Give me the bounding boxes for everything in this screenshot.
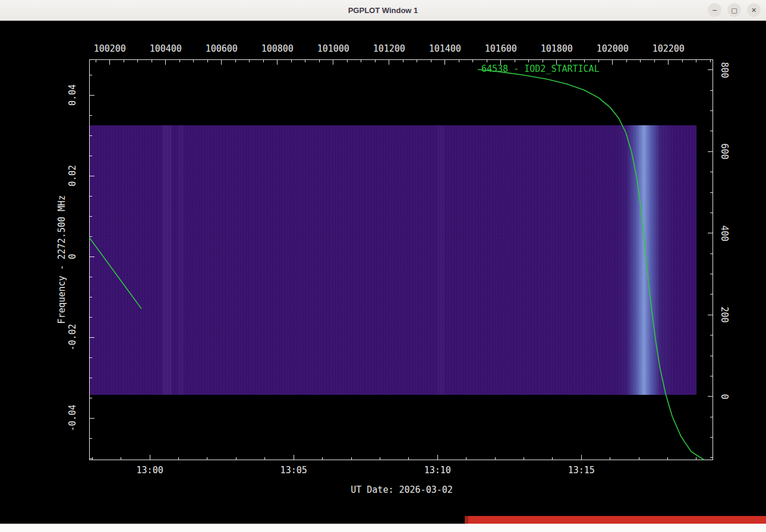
top-axis-tick <box>277 60 278 65</box>
top-axis-tick-label: 100800 <box>261 45 294 53</box>
left-axis-tick-label: 0.04 <box>68 84 77 106</box>
top-axis-minor-tick <box>235 60 236 62</box>
right-axis-minor-tick <box>710 90 713 91</box>
bottom-axis-minor-tick <box>236 457 237 460</box>
top-axis-tick <box>445 60 445 65</box>
top-axis-minor-tick <box>207 60 208 62</box>
top-axis-minor-tick <box>459 60 459 62</box>
top-axis-tick <box>612 60 613 65</box>
right-axis-minor-tick <box>710 335 713 335</box>
left-axis-tick-label: -0.04 <box>68 405 77 432</box>
left-axis-minor-tick <box>90 357 92 358</box>
bottom-axis-minor-tick <box>264 457 265 460</box>
right-axis-minor-tick <box>710 110 713 111</box>
top-axis-minor-tick <box>305 60 305 62</box>
right-axis-tick <box>708 233 713 233</box>
right-axis-tick-label: 0 <box>720 394 729 399</box>
bottom-axis-tick-label: 13:15 <box>568 466 595 475</box>
right-axis-tick-label: 600 <box>720 144 729 160</box>
background-window-red-bar <box>465 516 766 524</box>
top-axis-minor-tick <box>640 60 641 62</box>
minimize-button[interactable]: ─ <box>708 4 721 17</box>
top-axis-tick <box>221 60 222 65</box>
top-axis-minor-tick <box>682 60 683 62</box>
right-axis-tick <box>708 69 713 70</box>
left-axis-minor-tick <box>90 398 92 398</box>
bottom-axis-tick <box>437 455 438 460</box>
bottom-axis-tick-label: 13:00 <box>137 466 163 475</box>
top-axis-tick-label: 101800 <box>541 45 573 53</box>
bottom-axis-tick <box>294 455 294 460</box>
left-axis-tick <box>90 337 94 338</box>
right-axis-tick <box>708 151 713 152</box>
bottom-axis-tick <box>150 455 150 460</box>
desktop-bottom-strip <box>0 524 766 532</box>
right-axis-minor-tick <box>710 254 713 254</box>
top-axis-minor-tick <box>598 60 599 62</box>
pgplot-canvas: 64538 - IOD2_STARTICAL Frequency - 2272.… <box>0 21 766 524</box>
bottom-axis-minor-tick <box>639 457 639 460</box>
top-axis-minor-tick <box>528 60 529 62</box>
maximize-button[interactable]: ▢ <box>727 4 741 17</box>
bottom-axis-minor-tick <box>408 457 409 460</box>
top-axis-tick <box>165 60 166 65</box>
left-axis-minor-tick <box>90 216 92 217</box>
left-axis-minor-tick <box>90 75 92 75</box>
top-axis-tick <box>668 60 669 65</box>
left-axis-tick <box>90 256 94 257</box>
top-axis-minor-tick <box>193 60 194 62</box>
top-axis-tick-label: 102200 <box>652 45 685 53</box>
left-axis-minor-tick <box>90 378 92 378</box>
right-axis-minor-tick <box>710 457 713 458</box>
right-axis-minor-tick <box>710 213 713 213</box>
y-axis-label: Frequency - 2272.500 MHz <box>58 195 67 324</box>
left-axis-minor-tick <box>90 236 92 237</box>
close-button[interactable]: ✕ <box>747 4 761 17</box>
top-axis-minor-tick <box>543 60 543 62</box>
bottom-axis-minor-tick <box>552 457 553 460</box>
window-titlebar[interactable]: PGPLOT Window 1 ─ ▢ ✕ <box>0 0 766 21</box>
top-axis-minor-tick <box>96 60 96 62</box>
top-axis-tick-label: 101600 <box>485 45 517 53</box>
right-axis-minor-tick <box>710 437 713 438</box>
maximize-icon: ▢ <box>731 7 737 14</box>
left-axis-tick <box>90 176 94 176</box>
top-axis-tick-label: 100600 <box>206 45 238 53</box>
left-axis-minor-tick <box>90 458 92 459</box>
bottom-axis-minor-tick <box>610 457 610 460</box>
left-axis-minor-tick <box>90 156 92 156</box>
top-axis-minor-tick <box>472 60 473 62</box>
top-axis-minor-tick <box>417 60 417 62</box>
right-axis-minor-tick <box>710 417 713 417</box>
top-axis-minor-tick <box>249 60 250 62</box>
bottom-axis-minor-tick <box>696 457 696 460</box>
satellite-annotation: 64538 - IOD2_STARTICAL <box>481 64 600 74</box>
window-title: PGPLOT Window 1 <box>348 6 418 15</box>
left-axis-minor-tick <box>90 438 92 439</box>
right-axis-minor-tick <box>710 131 713 131</box>
top-axis-minor-tick <box>403 60 404 62</box>
bottom-axis-minor-tick <box>322 457 323 460</box>
top-axis-minor-tick <box>347 60 348 62</box>
top-axis-tick-label: 101400 <box>429 45 461 53</box>
top-axis-minor-tick <box>710 60 711 62</box>
bottom-axis-minor-tick <box>351 457 352 460</box>
top-axis-tick-label: 102000 <box>597 45 629 53</box>
top-axis-tick-label: 100400 <box>150 45 182 53</box>
left-axis-tick-label: 0 <box>68 254 77 259</box>
left-axis-minor-tick <box>90 317 92 318</box>
top-axis-tick <box>333 60 333 65</box>
top-axis-minor-tick <box>291 60 292 62</box>
bottom-axis-minor-tick <box>207 457 207 460</box>
left-axis-minor-tick <box>90 135 92 136</box>
right-axis-tick <box>708 396 713 397</box>
left-axis-minor-tick <box>90 297 92 297</box>
top-axis-minor-tick <box>319 60 320 62</box>
right-axis-tick <box>708 315 713 315</box>
top-axis-minor-tick <box>375 60 376 62</box>
right-axis-minor-tick <box>710 294 713 294</box>
bottom-axis-tick-label: 13:10 <box>424 466 451 475</box>
bottom-axis-tick-label: 13:05 <box>280 466 307 475</box>
right-axis-minor-tick <box>710 274 713 274</box>
top-axis-minor-tick <box>124 60 124 62</box>
